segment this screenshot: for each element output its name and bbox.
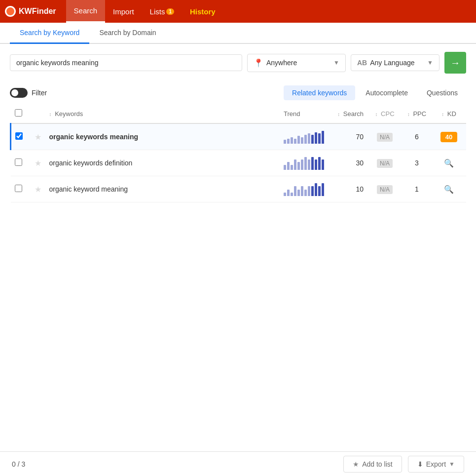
footer: 0 / 3 ★ Add to list ⬇ Export ▼ (0, 451, 476, 476)
keyword-text[interactable]: organic keywords meaning (45, 123, 280, 150)
autocomplete-tab[interactable]: Autocomplete (357, 85, 416, 100)
language-selector[interactable]: AB Any Language ▼ (351, 54, 439, 71)
export-icon: ⬇ (417, 460, 423, 468)
na-badge: N/A (377, 133, 393, 142)
kd-value: 🔍 (432, 150, 466, 176)
row-checkbox[interactable] (15, 159, 22, 166)
star-icon[interactable]: ★ (35, 159, 41, 167)
trend-chart (280, 150, 328, 176)
header-checkbox-cell[interactable] (11, 104, 31, 123)
row-checkbox[interactable] (15, 185, 22, 192)
table-header-row: ↕ Keywords Trend ↕ Search ↕ CPC ↕ PPC (11, 104, 467, 123)
na-badge: N/A (377, 185, 393, 194)
kd-value: 40 (432, 123, 466, 150)
kd-badge: 40 (440, 132, 457, 142)
related-keywords-tab[interactable]: Related keywords (284, 85, 355, 100)
keywords-table: ↕ Keywords Trend ↕ Search ↕ CPC ↕ PPC (10, 104, 466, 202)
cpc-value: N/A (367, 123, 402, 150)
header-keywords[interactable]: ↕ Keywords (45, 104, 280, 123)
trend-chart (280, 176, 328, 202)
search-volume: 10 (328, 176, 367, 202)
keyword-type-tabs: Related keywords Autocomplete Questions (284, 85, 466, 100)
keywords-sort-icon: ↕ (49, 112, 52, 117)
ppc-sort-icon: ↕ (407, 112, 410, 117)
kd-search-icon[interactable]: 🔍 (444, 185, 454, 194)
table-row: ★organic keyword meaning10N/A1🔍 (11, 176, 467, 202)
search-input-wrap[interactable] (10, 54, 242, 71)
footer-actions: ★ Add to list ⬇ Export ▼ (343, 456, 464, 473)
filter-toggle[interactable] (10, 88, 28, 98)
app-logo: KWFinder (5, 6, 56, 17)
top-navigation: KWFinder Search Import Lists 1 History (0, 0, 476, 23)
keywords-table-wrap: ↕ Keywords Trend ↕ Search ↕ CPC ↕ PPC (0, 104, 476, 202)
lists-badge: 1 (166, 8, 174, 15)
header-kd[interactable]: ↕ KD (432, 104, 466, 123)
location-icon: 📍 (254, 58, 263, 68)
row-checkbox-cell[interactable] (11, 150, 31, 176)
search-arrow-icon: → (450, 57, 460, 69)
row-star-cell[interactable]: ★ (31, 123, 45, 150)
location-text: Anywhere (266, 59, 330, 67)
row-star-cell[interactable]: ★ (31, 176, 45, 202)
kd-sort-icon: ↕ (441, 112, 444, 117)
language-dropdown-arrow: ▼ (427, 59, 433, 66)
nav-item-lists[interactable]: Lists 1 (142, 0, 182, 23)
ppc-value: 3 (402, 150, 432, 176)
cpc-value: N/A (367, 176, 402, 202)
row-checkbox[interactable] (15, 132, 23, 140)
header-cpc[interactable]: ↕ CPC (367, 104, 402, 123)
add-to-list-button[interactable]: ★ Add to list (343, 456, 402, 473)
tab-search-by-domain[interactable]: Search by Domain (89, 23, 166, 44)
star-icon[interactable]: ★ (35, 185, 41, 194)
search-volume: 30 (328, 150, 367, 176)
nav-item-import[interactable]: Import (105, 0, 142, 23)
location-selector[interactable]: 📍 Anywhere ▼ (247, 54, 346, 72)
ppc-value: 1 (402, 176, 432, 202)
app-title: KWFinder (19, 7, 56, 16)
nav-item-history[interactable]: History (182, 0, 223, 23)
filter-bar: Filter Related keywords Autocomplete Que… (0, 81, 476, 104)
location-dropdown-arrow: ▼ (333, 59, 339, 66)
kd-value: 🔍 (432, 176, 466, 202)
search-volume: 70 (328, 123, 367, 150)
row-star-cell[interactable]: ★ (31, 150, 45, 176)
export-button[interactable]: ⬇ Export ▼ (408, 456, 464, 473)
filter-left: Filter (10, 88, 47, 98)
search-input[interactable] (16, 59, 236, 67)
search-sort-icon: ↕ (337, 112, 340, 117)
header-ppc[interactable]: ↕ PPC (402, 104, 432, 123)
filter-label: Filter (32, 89, 47, 97)
search-tabs: Search by Keyword Search by Domain (0, 23, 476, 44)
search-bar: 📍 Anywhere ▼ AB Any Language ▼ → (0, 44, 476, 81)
table-row: ★organic keywords definition30N/A3🔍 (11, 150, 467, 176)
row-checkbox-cell[interactable] (11, 123, 31, 150)
na-badge: N/A (377, 159, 393, 168)
language-icon: AB (357, 59, 367, 67)
logo-icon (5, 6, 16, 17)
cpc-value: N/A (367, 150, 402, 176)
select-all-checkbox[interactable] (15, 109, 22, 117)
export-dropdown-arrow: ▼ (449, 461, 455, 468)
star-icon: ★ (353, 460, 359, 468)
header-search[interactable]: ↕ Search (328, 104, 367, 123)
header-star-cell (31, 104, 45, 123)
cpc-sort-icon: ↕ (375, 112, 377, 117)
header-trend: Trend (280, 104, 328, 123)
keyword-text[interactable]: organic keyword meaning (45, 176, 280, 202)
keyword-text[interactable]: organic keywords definition (45, 150, 280, 176)
questions-tab[interactable]: Questions (418, 85, 466, 100)
footer-count: 0 / 3 (12, 460, 25, 468)
nav-item-search[interactable]: Search (66, 0, 106, 23)
trend-chart (280, 123, 328, 150)
star-icon[interactable]: ★ (35, 133, 41, 141)
row-checkbox-cell[interactable] (11, 176, 31, 202)
ppc-value: 6 (402, 123, 432, 150)
search-button[interactable]: → (444, 52, 466, 74)
table-row: ★organic keywords meaning70N/A640 (11, 123, 467, 150)
language-text: Any Language (370, 59, 424, 67)
tab-search-by-keyword[interactable]: Search by Keyword (10, 23, 89, 44)
kd-search-icon[interactable]: 🔍 (444, 159, 454, 167)
